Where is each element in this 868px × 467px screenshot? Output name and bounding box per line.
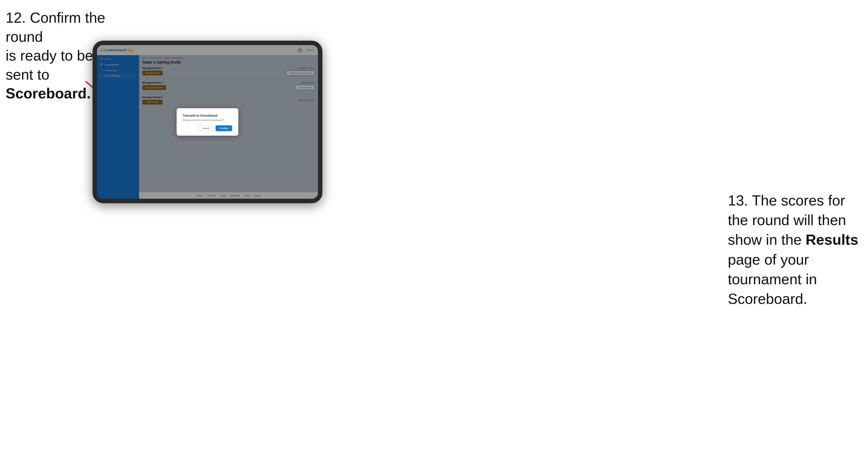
cancel-button[interactable]: Cancel bbox=[198, 125, 213, 131]
modal-dialog: Transmit to Scoreboard Ready to send thi… bbox=[177, 108, 238, 136]
tablet-screen: LeLederboardKing → Sign in MAIN MENU 🏆 T… bbox=[97, 45, 318, 199]
content-area: MAIN MENU 🏆 Tournaments + Create New ✎ E… bbox=[97, 55, 318, 199]
modal-overlay: Transmit to Scoreboard Ready to send thi… bbox=[139, 55, 318, 199]
app-container: LeLederboardKing → Sign in MAIN MENU 🏆 T… bbox=[97, 45, 318, 199]
step13-text2: page of your tournament in Scoreboard. bbox=[728, 251, 817, 307]
modal-title: Transmit to Scoreboard bbox=[183, 114, 232, 117]
step-13-annotation: 13. The scores for the round will then s… bbox=[728, 191, 862, 309]
confirm-button[interactable]: Confirm bbox=[216, 125, 232, 131]
modal-buttons: Cancel Confirm bbox=[183, 125, 232, 131]
modal-subtitle: Ready to send this round to Scoreboard? bbox=[183, 119, 232, 121]
main-panel: Home / Tournaments / State U Spring Invi… bbox=[139, 55, 318, 199]
tablet-frame: LeLederboardKing → Sign in MAIN MENU 🏆 T… bbox=[93, 41, 322, 203]
step13-bold: Results bbox=[806, 231, 859, 248]
